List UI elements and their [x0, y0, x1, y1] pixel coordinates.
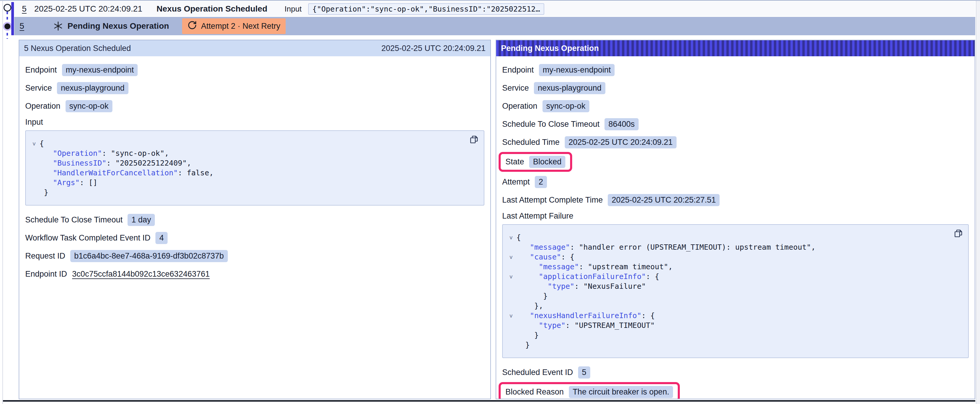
- field-label: Blocked Reason: [506, 387, 564, 397]
- code-line: "BusinessID": "20250225122409",: [29, 158, 463, 168]
- json-key: "type": [547, 282, 574, 291]
- field-value-chip: 2025-02-25 UTC 20:24:09.21: [565, 136, 676, 148]
- field-label: Scheduled Event ID: [502, 368, 573, 377]
- code-gutter: [29, 158, 40, 168]
- code-line: v{: [29, 139, 463, 148]
- code-line: "type": "NexusFailure": [506, 281, 947, 291]
- scheduled-panel-body: Endpointmy-nexus-endpointServicenexus-pl…: [19, 56, 490, 293]
- code-gutter: [29, 168, 40, 178]
- field-value-chip: my-nexus-endpoint: [62, 64, 138, 76]
- copy-button[interactable]: [953, 228, 963, 239]
- field-endpoint: Endpointmy-nexus-endpoint: [25, 63, 484, 76]
- code-text: "type": "NexusFailure": [516, 281, 646, 291]
- field-value-chip: sync-op-ok: [542, 100, 589, 112]
- workflow-history-screen: 5 2025-02-25 UTC 20:24:09.21 Nexus Opera…: [0, 2, 980, 402]
- code-line: }: [506, 340, 947, 350]
- field-label: Schedule To Close Timeout: [502, 120, 600, 129]
- code-gutter: [506, 320, 516, 330]
- field-value-chip: 2025-02-25 UTC 20:25:27.51: [608, 194, 719, 206]
- scheduled-panel-timestamp: 2025-02-25 UTC 20:24:09.21: [382, 44, 485, 53]
- scrollbar-gutter[interactable]: [976, 1, 980, 404]
- code-text: }: [516, 291, 547, 301]
- code-text: "Operation": "sync-op-ok",: [40, 148, 169, 158]
- event-id-link[interactable]: 5: [19, 21, 24, 31]
- scheduled-fields-bottom: Schedule To Close Timeout1 dayWorkflow T…: [25, 213, 484, 280]
- code-text: }: [516, 340, 530, 350]
- code-text: }: [516, 330, 539, 340]
- field-label: Endpoint: [502, 65, 534, 74]
- field-label: Endpoint: [25, 65, 57, 74]
- code-line: "message": "handler error (UPSTREAM_TIME…: [506, 242, 947, 252]
- field-label: Last Attempt Complete Time: [502, 195, 603, 205]
- field-value-chip: The circuit breaker is open.: [569, 386, 673, 398]
- code-gutter: [29, 148, 40, 158]
- field-value-chip: Blocked: [529, 156, 565, 168]
- field-label: Endpoint ID: [25, 269, 67, 279]
- field-label: Operation: [502, 101, 538, 111]
- json-key: "applicationFailureInfo": [539, 272, 646, 281]
- collapse-chevron-icon[interactable]: v: [506, 252, 516, 262]
- event-row-nexus-operation-scheduled[interactable]: 5 2025-02-25 UTC 20:24:09.21 Nexus Opera…: [14, 2, 975, 16]
- field-label: State: [506, 157, 524, 166]
- field-label: Workflow Task Completed Event ID: [25, 233, 150, 242]
- field-label: Service: [502, 84, 529, 93]
- field-blocked-reason: Blocked ReasonThe circuit breaker is ope…: [499, 382, 680, 399]
- field-label: Schedule To Close Timeout: [25, 215, 123, 225]
- collapse-chevron-icon[interactable]: v: [506, 311, 516, 320]
- field-value-link[interactable]: 3c0c75ccfa8144b092c13ce632463761: [72, 269, 210, 279]
- code-text: "applicationFailureInfo": {: [516, 272, 659, 281]
- code-line: v "nexusHandlerFailureInfo": {: [506, 311, 947, 320]
- event-id-link[interactable]: 5: [22, 4, 27, 14]
- field-workflow-task-completed-event-id: Workflow Task Completed Event ID4: [25, 231, 484, 244]
- event-row-pending-nexus-operation[interactable]: 5 Pending Nexus Operation Attempt 2 · Ne…: [14, 17, 975, 35]
- field-value-chip: 1 day: [127, 214, 155, 226]
- json-key: "type": [539, 321, 565, 330]
- event-title: Nexus Operation Scheduled: [157, 4, 267, 14]
- pending-fields-top: Endpointmy-nexus-endpointServicenexus-pl…: [502, 63, 969, 206]
- collapse-chevron-icon[interactable]: v: [29, 139, 40, 148]
- pending-fields-bottom: Scheduled Event ID5Blocked ReasonThe cir…: [502, 366, 969, 399]
- code-gutter: [506, 330, 516, 340]
- input-json-block: v{ "Operation": "sync-op-ok", "BusinessI…: [25, 130, 484, 206]
- field-endpoint: Endpointmy-nexus-endpoint: [502, 63, 969, 76]
- pending-panel-header: Pending Nexus Operation: [496, 40, 975, 56]
- scheduled-event-detail-panel: 5 Nexus Operation Scheduled 2025-02-25 U…: [19, 40, 491, 399]
- failure-json-block: v{ "message": "handler error (UPSTREAM_T…: [502, 224, 969, 358]
- code-gutter: [506, 301, 516, 311]
- code-text: {: [516, 233, 521, 242]
- collapse-chevron-icon[interactable]: v: [506, 233, 516, 242]
- event-input-preview-chip: {"Operation":"sync-op-ok","BusinessID":"…: [308, 3, 544, 15]
- code-line: "message": "upstream timeout",: [506, 262, 947, 272]
- code-line: v "applicationFailureInfo": {: [506, 272, 947, 281]
- field-value-chip: sync-op-ok: [65, 100, 112, 112]
- code-text: }: [40, 187, 48, 197]
- retry-badge-label: Attempt 2 · Next Retry: [201, 22, 280, 31]
- event-timeline-rail: [0, 1, 14, 42]
- code-line: }: [506, 291, 947, 301]
- field-service: Servicenexus-playground: [25, 81, 484, 95]
- field-operation: Operationsync-op-ok: [25, 100, 484, 112]
- json-key: "cause": [530, 253, 561, 261]
- retry-icon: [188, 21, 197, 32]
- json-key: "BusinessID": [53, 159, 107, 167]
- code-text: },: [516, 301, 543, 311]
- input-section-label: Input: [25, 117, 484, 127]
- field-last-attempt-complete-time: Last Attempt Complete Time2025-02-25 UTC…: [502, 193, 969, 206]
- copy-button[interactable]: [469, 135, 479, 146]
- retry-status-badge: Attempt 2 · Next Retry: [182, 18, 286, 34]
- field-operation: Operationsync-op-ok: [502, 100, 969, 112]
- code-gutter: [29, 178, 40, 187]
- code-text: "BusinessID": "20250225122409",: [40, 158, 191, 168]
- field-value-chip: 2: [535, 176, 547, 188]
- field-attempt: Attempt2: [502, 175, 969, 189]
- pending-operation-detail-panel: Pending Nexus Operation Endpointmy-nexus…: [496, 40, 975, 399]
- code-line: v "cause": {: [506, 252, 947, 262]
- field-service: Servicenexus-playground: [502, 81, 969, 95]
- field-value-chip: 86400s: [605, 118, 639, 130]
- code-text: "Args": []: [40, 178, 98, 187]
- collapse-chevron-icon[interactable]: v: [506, 272, 516, 281]
- field-label: Scheduled Time: [502, 138, 560, 147]
- json-key: "Operation": [53, 149, 102, 158]
- code-line: }: [506, 330, 947, 340]
- event-input-label: Input: [285, 5, 302, 14]
